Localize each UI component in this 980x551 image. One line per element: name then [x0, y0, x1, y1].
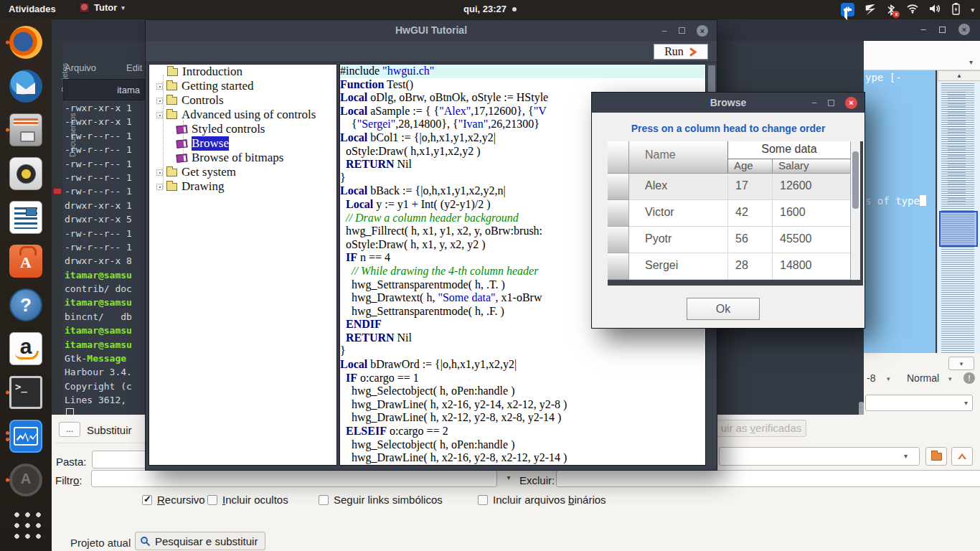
column-header-name[interactable]: Name [629, 141, 728, 174]
collapse-up-button[interactable] [951, 447, 973, 466]
tree-expander-icon[interactable] [156, 184, 163, 190]
minimap-scroll-up-button[interactable]: ▲ [938, 70, 980, 81]
red-folder-icon[interactable] [53, 188, 62, 194]
row-selector-cell[interactable] [608, 253, 629, 280]
dock-item-updater[interactable] [5, 463, 47, 497]
search-term-combobox[interactable]: ▾ [865, 395, 973, 411]
browse-minimize-button[interactable]: − [811, 97, 817, 108]
tree-item-introduction[interactable]: Introduction [149, 65, 336, 79]
dock-item-software[interactable] [5, 244, 47, 278]
tree-expander-icon[interactable] [156, 112, 163, 118]
dock-item-firefox[interactable] [5, 25, 47, 60]
row-selector-cell[interactable] [608, 174, 629, 200]
zigzag-icon[interactable] [864, 4, 876, 16]
app-menu[interactable]: Tutor ▾ [79, 2, 125, 13]
dock-item-amazon[interactable] [5, 331, 47, 366]
dock-item-thunderbird[interactable] [5, 69, 47, 103]
checkbox-box[interactable] [478, 495, 488, 505]
dock-item-monitor[interactable] [5, 419, 47, 453]
volume-icon[interactable] [929, 4, 941, 16]
browse-close-button[interactable]: × [845, 97, 857, 109]
checkbox-recursivo[interactable]: Recursivo [142, 494, 205, 506]
chevron-down-icon[interactable]: ▾ [971, 6, 974, 14]
mode-selector[interactable]: Normal [907, 372, 939, 384]
editor-minimap[interactable]: ▲ [937, 70, 980, 359]
table-scrollbar[interactable] [850, 141, 860, 280]
bluetooth-icon[interactable]: x [886, 4, 896, 17]
dock-item-writer[interactable] [5, 200, 47, 235]
editor-selected-text[interactable]: ype [- s of type [864, 70, 936, 353]
battery-icon[interactable] [951, 2, 961, 17]
clock[interactable]: qui, 23:27 [463, 4, 517, 14]
info-icon[interactable]: ! [963, 372, 975, 384]
tree-expander-icon[interactable] [156, 83, 163, 90]
tree-item-browse[interactable]: Browse [149, 136, 336, 151]
tree-item-drawing[interactable]: Drawing [149, 179, 336, 194]
tree-item-get-system[interactable]: Get system [149, 165, 336, 179]
encoding-selector[interactable]: -8 [867, 372, 875, 384]
tree-expander-icon[interactable] [156, 98, 163, 104]
activities-button[interactable]: Atividades [9, 4, 56, 14]
teamviewer-icon[interactable] [841, 3, 854, 17]
kate-close-button[interactable]: × [958, 24, 970, 35]
hwgui-restore-button[interactable] [679, 27, 685, 34]
dock-item-files[interactable] [5, 113, 47, 147]
column-header-salary[interactable]: Salary [773, 159, 850, 174]
chevron-down-icon[interactable]: ▾ [502, 474, 515, 485]
tutorial-tree[interactable]: IntroductionGetting startedControlsAdvan… [149, 64, 337, 466]
more-options-button[interactable]: ... [59, 422, 80, 437]
hwgui-minimize-button[interactable]: − [661, 25, 667, 37]
table-row[interactable]: Sergei2814800 [608, 253, 850, 280]
checkbox-guir-links-simb-licos[interactable]: Seguir links simbólicos [319, 494, 443, 506]
replace-checked-button[interactable]: uir as verificadas [716, 420, 806, 437]
wifi-icon[interactable] [906, 4, 919, 16]
hwgui-titlebar[interactable]: HwGUI Tutorial [146, 20, 717, 41]
browse-restore-button[interactable] [828, 100, 834, 106]
column-header-age[interactable]: Age [728, 159, 773, 174]
dock-item-terminal[interactable] [5, 375, 47, 410]
checkbox-box[interactable] [319, 495, 329, 505]
replace-combobox[interactable] [719, 447, 920, 466]
checkbox-bin-rios[interactable]: Incluir arquivos binários [478, 494, 606, 506]
menu-arquivo[interactable]: Arquivo [65, 62, 96, 73]
tree-item-label: Advanced using of controls [182, 108, 316, 122]
kate-restore-button[interactable] [939, 27, 946, 33]
row-selector-cell[interactable] [608, 200, 629, 227]
tree-item-controls[interactable]: Controls [149, 93, 336, 108]
hwgui-close-button[interactable]: × [697, 25, 708, 37]
menu-edit[interactable]: Edit [126, 62, 142, 73]
checkbox-box[interactable] [142, 495, 152, 505]
table-row[interactable]: Alex1712600 [608, 174, 850, 200]
chevron-down-icon[interactable]: ▾ [904, 452, 908, 460]
small-dropdown[interactable]: ▾ [948, 357, 974, 370]
search-replace-tab[interactable]: Pesquisar e substituir [135, 532, 265, 550]
checkbox-box[interactable] [207, 495, 217, 505]
checkbox-incluir-ocultos[interactable]: Incluir ocultos [207, 494, 288, 506]
table-row[interactable]: Victor421600 [608, 200, 850, 227]
open-folder-button[interactable] [925, 447, 947, 466]
table-scrollbar-thumb[interactable] [852, 151, 859, 209]
terminal-output[interactable]: -rwxr-xr-x 1-rwxr-xr-x 1-rw-r--r-- 1-rw-… [65, 103, 145, 414]
exclude-input[interactable] [556, 470, 980, 487]
dock-item-appgrid[interactable] [5, 507, 47, 541]
run-button[interactable]: Run [654, 44, 708, 60]
column-header-selector[interactable] [608, 141, 629, 174]
minimap-selection-box[interactable] [939, 211, 978, 247]
tree-item-advanced-using-of-controls[interactable]: Advanced using of controls [149, 108, 336, 122]
table-row[interactable]: Pyotr5645500 [608, 227, 850, 253]
dock-item-rhythmbox[interactable] [5, 156, 47, 191]
chevron-down-icon[interactable]: ▾ [969, 58, 973, 66]
tree-item-styled-controls[interactable]: Styled controls [149, 122, 336, 136]
document-tab[interactable]: itama [63, 79, 145, 100]
dock-item-help[interactable] [5, 288, 47, 322]
book-icon [176, 154, 187, 163]
kate-minimize-button[interactable]: − [920, 24, 926, 35]
tree-item-getting-started[interactable]: Getting started [149, 79, 336, 93]
ok-button[interactable]: Ok [687, 298, 760, 320]
row-selector-cell[interactable] [608, 227, 629, 253]
filter-input[interactable] [91, 470, 497, 487]
tree-expander-icon[interactable] [156, 169, 163, 176]
project-tab[interactable]: Projeto atual [70, 537, 131, 549]
tree-item-browse-of-bitmaps[interactable]: Browse of bitmaps [149, 151, 336, 165]
column-header-group[interactable]: Some data [728, 141, 850, 159]
